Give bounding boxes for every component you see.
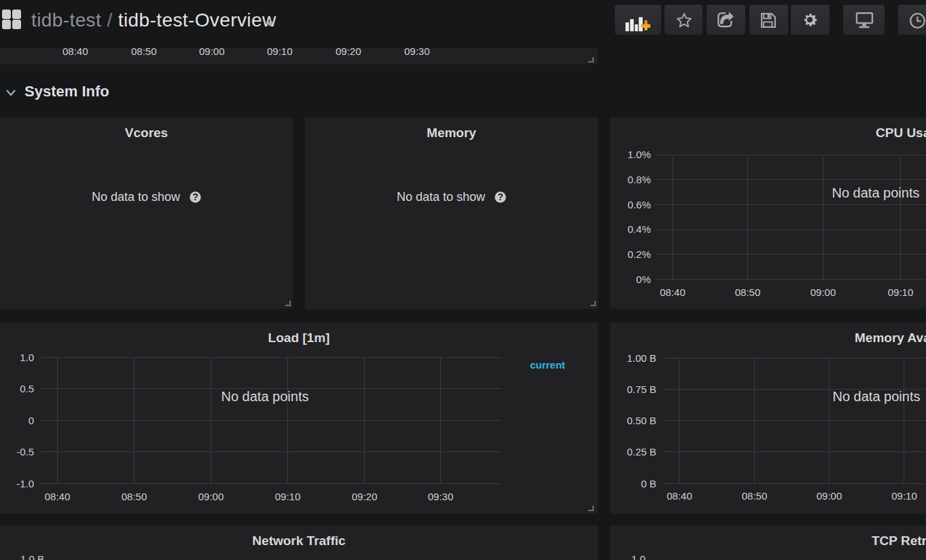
svg-text:?: ?: [192, 191, 198, 202]
svg-text:09:10: 09:10: [275, 491, 301, 502]
svg-text:0.2%: 0.2%: [628, 248, 651, 260]
svg-text:1.0%: 1.0%: [628, 149, 651, 160]
svg-text:No data points: No data points: [832, 185, 920, 200]
svg-text:0.25 B: 0.25 B: [627, 446, 656, 458]
svg-text:08:50: 08:50: [122, 491, 147, 502]
svg-text:1.0: 1.0: [20, 352, 34, 363]
svg-text:09:00: 09:00: [817, 490, 842, 502]
svg-text:09:10: 09:10: [888, 286, 914, 298]
svg-text:09:20: 09:20: [352, 491, 378, 502]
svg-text:current: current: [530, 359, 565, 371]
svg-text:0.6%: 0.6%: [628, 199, 651, 210]
svg-text:0.50 B: 0.50 B: [627, 415, 656, 426]
svg-text:No data points: No data points: [833, 389, 921, 404]
svg-text:0.5: 0.5: [20, 383, 34, 394]
svg-text:08:50: 08:50: [742, 490, 768, 502]
svg-text:08:40: 08:40: [660, 286, 685, 298]
svg-text:0.75 B: 0.75 B: [627, 384, 656, 395]
svg-text:0%: 0%: [636, 274, 651, 285]
svg-text:?: ?: [497, 191, 503, 202]
svg-text:09:00: 09:00: [198, 491, 224, 502]
svg-text:-0.5: -0.5: [16, 446, 34, 458]
svg-text:1.00 B: 1.00 B: [627, 352, 656, 364]
svg-text:0.8%: 0.8%: [628, 174, 651, 185]
svg-text:0 B: 0 B: [641, 478, 656, 489]
svg-text:08:40: 08:40: [45, 491, 71, 502]
svg-text:0.4%: 0.4%: [628, 223, 651, 235]
svg-text:08:50: 08:50: [735, 286, 761, 298]
svg-text:09:10: 09:10: [891, 490, 917, 502]
svg-text:No data points: No data points: [221, 389, 309, 404]
svg-text:08:40: 08:40: [666, 490, 692, 502]
svg-text:0: 0: [29, 415, 34, 426]
svg-text:09:00: 09:00: [811, 286, 836, 298]
svg-text:-1.0: -1.0: [16, 478, 34, 489]
svg-text:09:30: 09:30: [428, 491, 454, 502]
